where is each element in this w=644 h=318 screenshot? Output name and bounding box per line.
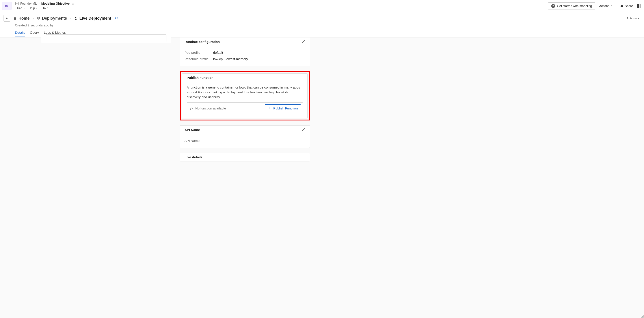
svg-rect-2 (44, 7, 44, 9)
app-logo[interactable] (2, 2, 12, 10)
breadcrumb-parent[interactable]: Foundry ML (20, 2, 37, 5)
pod-profile-row: Pod profile default (184, 49, 305, 56)
resource-profile-value: low-cpu-lowest-memory (213, 57, 248, 61)
right-column: Runtime configuration Pod profile defaul… (180, 37, 310, 161)
left-column (41, 37, 171, 43)
api-name-card: API Name API Name - (180, 125, 310, 148)
menu-help-label: Help (29, 6, 35, 10)
tab-query[interactable]: Query (30, 31, 39, 37)
publish-highlight: Publish Function A function is a generic… (180, 71, 310, 120)
left-input-placeholder (46, 34, 166, 42)
platform-right: ? Get started with modeling Actions ▾ Sh… (548, 0, 644, 12)
pod-profile-label: Pod profile (184, 51, 213, 54)
home-icon (13, 16, 17, 20)
platform-actions-label: Actions (599, 4, 610, 8)
share-button[interactable]: Share (619, 3, 634, 8)
breadcrumb-current: Live Deployment (74, 16, 111, 21)
breadcrumb-current[interactable]: Modeling Objective (41, 2, 70, 5)
platform-mid: ▭ Foundry ML › Modeling Objective ☆ File… (12, 0, 548, 12)
api-name-row: API Name - (184, 137, 305, 144)
platform-breadcrumb: ▭ Foundry ML › Modeling Objective ☆ (16, 1, 548, 6)
svg-rect-3 (44, 8, 46, 9)
page-actions-label: Actions (626, 16, 637, 20)
presence-count: 1 (47, 6, 49, 10)
menu-file[interactable]: File ▾ (16, 6, 26, 10)
building-icon (43, 6, 46, 10)
caret-down-icon: ▾ (638, 17, 639, 19)
pencil-icon (302, 128, 305, 131)
platform-menu: File ▾ Help ▾ 1 (16, 6, 548, 10)
deploy-icon (37, 16, 40, 20)
separator (41, 6, 41, 10)
left-card-partial (41, 34, 171, 43)
separator (616, 3, 616, 9)
menu-file-label: File (17, 6, 22, 10)
page-breadcrumb-row: Home › Deployments › Live Deployment Act… (4, 15, 640, 21)
publish-card: Publish Function A function is a generic… (182, 73, 308, 118)
share-label: Share (625, 4, 633, 8)
resource-icon: ▭ (16, 2, 18, 5)
menu-help[interactable]: Help ▾ (27, 6, 39, 10)
fx-icon: ƒx (190, 106, 193, 110)
back-button[interactable] (4, 15, 10, 21)
resource-profile-label: Resource profile (184, 57, 213, 61)
api-name-value: - (213, 139, 214, 142)
content: Runtime configuration Pod profile defaul… (0, 37, 344, 170)
edit-runtime-button[interactable] (302, 40, 305, 44)
breadcrumb-deployments[interactable]: Deployments (37, 16, 67, 21)
svg-point-4 (621, 5, 622, 6)
panel-toggle-icon[interactable] (637, 4, 640, 8)
plus-icon: ＋ (268, 106, 272, 111)
api-name-title: API Name (184, 128, 200, 132)
breadcrumb-separator: › (70, 16, 71, 20)
runtime-title: Runtime configuration (184, 40, 220, 44)
resource-profile-row: Resource profile low-cpu-lowest-memory (184, 56, 305, 62)
live-details-card: Live details (180, 153, 310, 161)
breadcrumb-separator: › (38, 2, 40, 5)
publish-title: Publish Function (187, 76, 214, 79)
breadcrumb-home[interactable]: Home (13, 16, 30, 21)
platform-actions-menu[interactable]: Actions ▾ (598, 3, 613, 8)
publish-function-label: Publish Function (273, 106, 298, 110)
caret-down-icon: ▾ (611, 5, 612, 7)
publish-function-button[interactable]: ＋ Publish Function (265, 104, 301, 112)
live-deploy-icon (74, 16, 78, 20)
platform-bar: ▭ Foundry ML › Modeling Objective ☆ File… (0, 0, 644, 12)
live-details-title: Live details (184, 155, 202, 159)
no-function-label: No function available (195, 106, 226, 110)
caret-down-icon: ▾ (24, 7, 25, 9)
breadcrumb-current-label: Live Deployment (79, 16, 111, 21)
favorite-star-icon[interactable]: ☆ (72, 1, 74, 6)
pod-profile-value: default (213, 51, 223, 54)
page-header: Home › Deployments › Live Deployment Act… (0, 12, 644, 37)
people-icon (620, 4, 624, 8)
help-circle-icon: ? (551, 4, 555, 8)
get-started-label: Get started with modeling (557, 4, 592, 8)
breadcrumb-home-label: Home (18, 16, 30, 21)
function-row: ƒx No function available ＋ Publish Funct… (187, 102, 303, 114)
get-started-button[interactable]: ? Get started with modeling (548, 2, 595, 9)
edit-api-name-button[interactable] (302, 128, 305, 132)
arrow-left-icon (5, 16, 8, 20)
refresh-icon (114, 16, 118, 20)
function-status: ƒx No function available (190, 106, 226, 110)
presence-indicator[interactable]: 1 (43, 6, 49, 10)
refresh-button[interactable] (114, 16, 118, 21)
page-actions-menu[interactable]: Actions ▾ (625, 16, 640, 21)
pencil-icon (302, 40, 305, 43)
api-name-label: API Name (184, 139, 213, 142)
publish-description: A function is a generic container for lo… (187, 85, 303, 99)
breadcrumb-deployments-label: Deployments (42, 16, 67, 21)
svg-point-5 (622, 5, 622, 5)
created-meta: Created 2 seconds ago by (15, 23, 640, 27)
runtime-card: Runtime configuration Pod profile defaul… (180, 37, 310, 66)
caret-down-icon: ▾ (36, 7, 37, 9)
breadcrumb-separator: › (32, 16, 34, 20)
tab-details[interactable]: Details (15, 31, 25, 37)
